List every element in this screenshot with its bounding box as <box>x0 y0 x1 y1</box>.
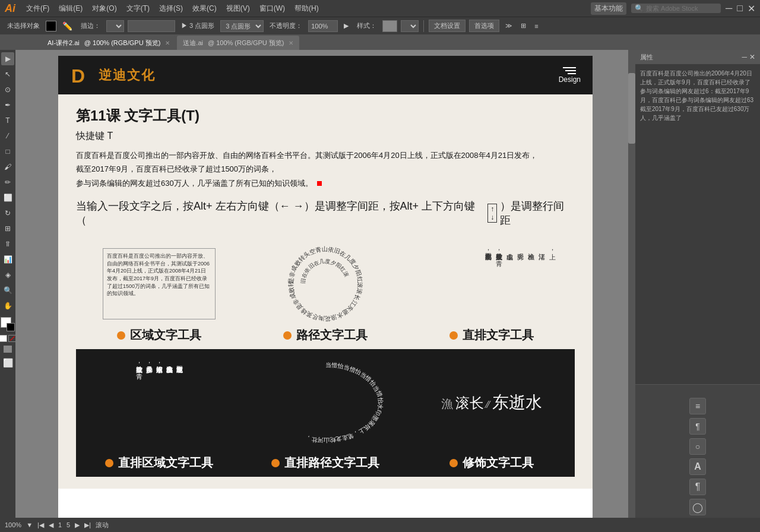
screen-mode[interactable]: ⬜ <box>1 356 14 369</box>
graph-tool[interactable]: 📊 <box>1 253 14 266</box>
doc-logo: D 逆迪文化 <box>70 64 156 87</box>
hamburger-icon[interactable] <box>563 67 576 74</box>
stroke-color-box[interactable] <box>46 21 56 31</box>
scrollbar-thumb[interactable] <box>628 73 635 143</box>
paint-brush-tool[interactable]: 🖌 <box>1 160 14 173</box>
gradient-tool[interactable]: ◈ <box>1 268 14 281</box>
type-icon[interactable]: A <box>689 458 706 475</box>
page-prev[interactable]: ◀ <box>49 521 53 529</box>
scale-tool[interactable]: ⊞ <box>1 222 14 235</box>
close-button[interactable]: ✕ <box>748 3 755 14</box>
vertical-area-example: 非成败转头空，青 是风古今多少事， 雄依旧江东逝水， 白发渔樵滚长几度 发逐浪花… <box>76 349 242 477</box>
style-dropdown[interactable] <box>401 20 419 32</box>
pen-tool[interactable]: ✒ <box>1 99 14 112</box>
circle-icon[interactable]: ○ <box>689 438 706 455</box>
align-icon[interactable]: ⊞ <box>518 21 528 31</box>
pencil-tool[interactable]: ✏ <box>1 176 14 189</box>
right-panel-text: 百度百科是百度公司推出的2006年4月20日上线，正式版年9月，百度百科已经收录… <box>635 64 760 384</box>
doc-menu-area: Design <box>559 67 581 84</box>
paragraph-icon[interactable]: ¶ <box>689 418 706 435</box>
right-text-preview: 百度百科是百度公司推出的2006年4月20日上线，正式版年9月，百度百科已经收录… <box>640 69 755 122</box>
preferences-button[interactable]: 首选项 <box>469 20 499 32</box>
feature-button[interactable]: 基本功能 <box>591 2 626 15</box>
point-dropdown[interactable]: 3 点圆形 <box>220 20 264 32</box>
menu-edit[interactable]: 编辑(E) <box>55 2 86 15</box>
menu-help[interactable]: 帮助(H) <box>291 2 322 15</box>
vertical-scrollbar[interactable] <box>628 50 635 518</box>
zoom-dropdown[interactable]: ▼ <box>26 521 33 528</box>
line-tool[interactable]: ∕ <box>1 129 14 142</box>
page-current[interactable]: 1 <box>58 521 62 528</box>
normal-view[interactable] <box>4 346 12 353</box>
vertical-area-dot <box>105 459 113 467</box>
zoom-tool[interactable]: 🔍 <box>1 284 14 297</box>
toolbar: 未选择对象 ✏️ 描边： ▶ 3 点圆形 3 点圆形 不透明度： ▶ 样式： 文… <box>0 17 760 34</box>
right-panel-minimize[interactable]: ─ <box>742 53 747 61</box>
vertical-text-columns: 旧在几度夕阳红， 是成败转头空，青 非成山 旁观 渔樵 江渚 上， <box>484 248 557 319</box>
rect-tool[interactable]: □ <box>1 145 14 158</box>
logo-text: 逆迪文化 <box>99 66 156 84</box>
menu-effect[interactable]: 效果(C) <box>189 2 220 15</box>
menu-text[interactable]: 文字(T) <box>123 2 153 15</box>
search-input[interactable] <box>646 5 717 12</box>
maximize-button[interactable]: □ <box>737 3 743 14</box>
search-bar[interactable]: 🔍 <box>631 4 721 13</box>
menu-select[interactable]: 选择(S) <box>156 2 186 15</box>
menu-window[interactable]: 窗口(W) <box>256 2 289 15</box>
hand-tool[interactable]: ✋ <box>1 299 14 312</box>
eraser-tool[interactable]: ⬜ <box>1 191 14 204</box>
svg-text:D: D <box>71 65 85 87</box>
right-panel-close[interactable]: ✕ <box>749 53 755 61</box>
point-label: ▶ 3 点圆形 <box>179 20 217 31</box>
stroke-label: 描边： <box>78 20 103 31</box>
red-marker <box>317 181 322 186</box>
paragraph2-icon[interactable]: ¶ <box>689 479 706 495</box>
logo-icon: D <box>70 64 94 87</box>
opacity-label: 不透明度： <box>267 20 305 31</box>
page-next-end[interactable]: ▶| <box>84 521 91 529</box>
artboard-label: 滚动 <box>96 521 109 530</box>
decoration-text-example: 漁 滚长 ∕∕ 东逝水 修饰文字工具 <box>408 349 575 477</box>
fill-white[interactable] <box>0 335 7 342</box>
page-next[interactable]: ▶ <box>75 521 80 529</box>
menu-object[interactable]: 对象(O) <box>88 2 120 15</box>
stroke-dropdown[interactable] <box>106 20 124 32</box>
main-area: ▶ ↖ ⊙ ✒ T ∕ □ 🖌 ✏ ⬜ ↻ ⊞ ⥣ 📊 ◈ 🔍 ✋ ⬜ <box>0 50 760 518</box>
canvas-area[interactable]: D 逆迪文化 Design 第11课 文字工具(T) 快捷键 T <box>15 50 635 518</box>
tab1-close[interactable]: ✕ <box>165 40 170 46</box>
right-panel-title: 属性 <box>640 53 653 62</box>
page-prev-start[interactable]: |◀ <box>37 521 44 529</box>
direct-select-tool[interactable]: ↖ <box>1 68 14 81</box>
warp-tool[interactable]: ⥣ <box>1 238 14 251</box>
rotate-tool[interactable]: ↻ <box>1 207 14 220</box>
doc-settings-button[interactable]: 文档设置 <box>429 20 466 32</box>
menu-extra-icon[interactable]: ≡ <box>532 21 540 31</box>
alt-key-line: 当输入一段文字之后，按Alt+ 左右方向键（← →）是调整字间距，按Alt+ 上… <box>76 199 575 227</box>
type-tool[interactable]: T <box>1 114 14 127</box>
collapse-icon[interactable] <box>694 387 701 394</box>
style-swatch[interactable] <box>382 20 397 32</box>
text-align-icon[interactable]: ≡ <box>689 398 706 414</box>
app-logo: Ai <box>5 2 15 15</box>
opacity-input[interactable] <box>308 20 338 32</box>
lesson-title: 第11课 文字工具(T) <box>76 106 575 125</box>
tab2-name: 送迪.ai <box>183 39 203 48</box>
area-text-label: 区域文字工具 <box>117 327 201 343</box>
tab-file2[interactable]: 送迪.ai @ 100% (RGB/GPU 预览) ✕ <box>177 36 299 50</box>
select-tool[interactable]: ▶ <box>1 52 14 65</box>
path-text-label: 路径文字工具 <box>283 327 368 343</box>
area-text-example: 百度百科是百度公司推出的一部内容开放、自由的网络百科全书平台，其测试版于2006… <box>76 239 242 349</box>
circle2-icon[interactable]: ◯ <box>689 499 706 515</box>
menu-file[interactable]: 文件(F) <box>23 2 53 15</box>
lasso-tool[interactable]: ⊙ <box>1 83 14 96</box>
zoom-level: 100% <box>5 521 21 528</box>
tab2-close[interactable]: ✕ <box>289 40 293 46</box>
doc-content: 第11课 文字工具(T) 快捷键 T 百度百科是百度公司推出的一部内容开放、自由… <box>58 94 593 489</box>
vertical-area-text: 非成败转头空，青 是风古今多少事， 雄依旧江东逝水， 白发渔樵滚长几度 发逐浪花… <box>135 361 184 444</box>
menu-view[interactable]: 视图(V) <box>223 2 254 15</box>
minimize-button[interactable]: ─ <box>726 3 732 14</box>
description-text: 百度百科是百度公司推出的一部内容开放、自由的网络百科全书平台。其测试版于2006… <box>76 148 575 190</box>
tab-file1[interactable]: AI-课件2.ai @ 100% (RGB/GPU 预览) ✕ <box>42 36 176 50</box>
extra-options-icon[interactable]: ≫ <box>503 21 515 31</box>
color-selector[interactable] <box>1 317 15 331</box>
